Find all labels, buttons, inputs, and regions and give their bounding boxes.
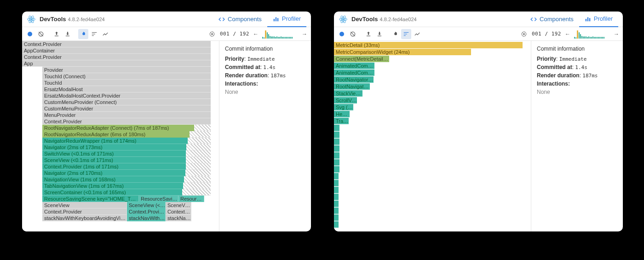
- flame-row[interactable]: RootNavigatorReduxAdapter (Connect) (7ms…: [42, 125, 194, 131]
- upload-button[interactable]: [52, 29, 62, 39]
- flame-segment[interactable]: stackNavWithKeyboardAvoidingView: [42, 215, 127, 221]
- flame-row[interactable]: Provider: [42, 67, 211, 73]
- flame-segment[interactable]: ResourceSavingScene key="HOME_T…: [42, 196, 139, 202]
- flame-segment[interactable]: ResourceSaving…: [139, 196, 178, 202]
- flame-segment[interactable]: SceneView: [42, 202, 127, 208]
- ranked-bar[interactable]: Tran…: [334, 118, 349, 124]
- flame-segment[interactable]: SceneView: [166, 202, 191, 208]
- ranked-bar[interactable]: Svg (4…: [334, 104, 353, 110]
- flame-segment[interactable]: Context.…: [166, 208, 191, 215]
- ranked-bar[interactable]: [334, 214, 339, 221]
- commit-total: 192: [552, 31, 561, 37]
- tab-components[interactable]: Components: [213, 12, 267, 27]
- flame-row[interactable]: TabNavigationView (1ms of 167ms): [42, 183, 183, 189]
- commit-bar-chart[interactable]: [574, 29, 610, 39]
- download-button[interactable]: [374, 29, 385, 39]
- flame-row[interactable]: ScreenContainer (<0.1ms of 165ms): [42, 189, 182, 196]
- ranked-bar[interactable]: RootNavigatorR…: [334, 76, 374, 83]
- flame-row[interactable]: Context.Provider: [22, 41, 211, 47]
- commit-index: 001: [532, 31, 541, 37]
- flame-row[interactable]: ErsatzModalHostContext.Provider: [42, 92, 211, 99]
- flame-row[interactable]: MenuProvider: [42, 112, 211, 118]
- prev-commit-button[interactable]: ←: [252, 31, 259, 37]
- ranked-bar[interactable]: MetricDetail (33ms): [334, 42, 523, 48]
- flame-row[interactable]: Context.Provider (1ms of 171ms): [42, 163, 186, 170]
- flame-row[interactable]: NavigationView (1ms of 168ms): [42, 176, 184, 183]
- download-button[interactable]: [63, 29, 73, 39]
- flame-segment[interactable]: Context.Provide…: [127, 208, 166, 215]
- reload-button[interactable]: [36, 29, 46, 39]
- record-button[interactable]: [25, 29, 35, 39]
- ranked-bar[interactable]: StackView…: [334, 90, 362, 97]
- next-commit-button[interactable]: →: [613, 31, 620, 37]
- prev-commit-button[interactable]: ←: [564, 31, 571, 37]
- next-commit-button[interactable]: →: [301, 31, 308, 37]
- ranked-bar[interactable]: [334, 132, 339, 138]
- flame-row[interactable]: Navigator (2ms of 173ms): [42, 144, 186, 150]
- devtools-window-ranked: DevTools 4.8.2-fed4ae024 Components Prof…: [334, 12, 623, 231]
- flame-segment[interactable]: stackNav…: [166, 215, 191, 221]
- ranked-bar[interactable]: [334, 145, 339, 152]
- ranked-tab-button[interactable]: [401, 29, 411, 39]
- ranked-bar[interactable]: AnimatedComp…: [334, 63, 374, 69]
- ranked-bar[interactable]: [334, 125, 339, 131]
- ranked-bar[interactable]: [334, 166, 339, 173]
- flame-segment[interactable]: Context.Provider: [42, 208, 127, 215]
- flame-row[interactable]: NavigatorReduxWrapper (1ms of 174ms): [42, 138, 188, 144]
- svg-point-20: [339, 32, 344, 36]
- flamegraph-tab-button[interactable]: [390, 29, 400, 39]
- ranked-bar[interactable]: [334, 180, 339, 186]
- record-button[interactable]: [337, 29, 347, 39]
- interactions-tab-button[interactable]: [412, 29, 422, 39]
- profiler-toolbar: 001 / 192 ← →: [334, 27, 623, 41]
- flame-row[interactable]: ErsatzModalHost: [42, 86, 211, 92]
- flame-segment[interactable]: SceneView (<0…: [127, 202, 166, 208]
- app-version: 4.8.2-fed4ae024: [68, 17, 105, 22]
- flame-row[interactable]: Context.Provider: [22, 54, 211, 60]
- flame-segment[interactable]: stackNavWithK…: [127, 215, 166, 221]
- settings-button[interactable]: [519, 29, 529, 39]
- flame-row[interactable]: TouchId (Connect): [42, 73, 211, 80]
- flame-row[interactable]: Context.Provider: [42, 118, 211, 125]
- ranked-bar[interactable]: [334, 221, 339, 228]
- bar-chart-icon: [273, 16, 279, 22]
- ranked-bar[interactable]: AnimatedComp…: [334, 69, 374, 76]
- tab-components[interactable]: Components: [525, 12, 579, 27]
- reload-button[interactable]: [348, 29, 358, 39]
- ranked-bar[interactable]: [334, 194, 339, 200]
- header: DevTools 4.8.2-fed4ae024 Components Prof…: [334, 12, 623, 27]
- interactions-tab-button[interactable]: [100, 29, 110, 39]
- flame-row[interactable]: RootNavigatorReduxAdapter (6ms of 180ms): [42, 131, 190, 138]
- commit-bar-chart[interactable]: [262, 29, 298, 39]
- flame-row[interactable]: SceneView (<0.1ms of 171ms): [42, 157, 186, 163]
- settings-button[interactable]: [207, 29, 217, 39]
- ranked-bar[interactable]: ScrollVi…: [334, 97, 357, 104]
- ranked-bar[interactable]: [334, 139, 339, 145]
- ranked-bar[interactable]: [334, 187, 339, 193]
- ranked-panel[interactable]: MetricDetail (33ms)MetricComparisonWidge…: [334, 41, 531, 231]
- upload-button[interactable]: [363, 29, 374, 39]
- ranked-tab-button[interactable]: [89, 29, 99, 39]
- ranked-bar[interactable]: RootNavigato…: [334, 83, 370, 90]
- ranked-bar[interactable]: [334, 152, 339, 159]
- tab-profiler[interactable]: Profiler: [579, 12, 618, 27]
- ranked-bar[interactable]: [334, 159, 339, 166]
- flame-row[interactable]: Navigator (2ms of 170ms): [42, 170, 185, 176]
- flame-row[interactable]: App: [22, 60, 211, 67]
- header: DevTools 4.8.2-fed4ae024 Components Prof…: [22, 12, 311, 27]
- ranked-bar[interactable]: [334, 208, 339, 214]
- ranked-bar[interactable]: MetricComparisonWidget (24ms): [334, 49, 471, 55]
- flame-row[interactable]: SwitchView (<0.1ms of 171ms): [42, 150, 186, 157]
- flame-row[interactable]: CustomMenuProvider: [42, 105, 211, 112]
- ranked-bar[interactable]: [334, 173, 339, 179]
- tab-profiler[interactable]: Profiler: [267, 12, 306, 27]
- flamegraph-tab-button[interactable]: [78, 29, 88, 39]
- ranked-bar[interactable]: Connect(MetricDetail…: [334, 56, 389, 62]
- flame-row[interactable]: TouchId: [42, 80, 211, 86]
- flamegraph-panel[interactable]: Context.ProviderAppContainerContext.Prov…: [22, 41, 219, 231]
- flame-segment[interactable]: Resource…: [178, 196, 204, 202]
- flame-row[interactable]: CustomMenuProvider (Connect): [42, 99, 211, 105]
- ranked-bar[interactable]: [334, 201, 339, 207]
- ranked-bar[interactable]: Hea…: [334, 111, 350, 117]
- flame-row[interactable]: AppContainer: [22, 47, 211, 54]
